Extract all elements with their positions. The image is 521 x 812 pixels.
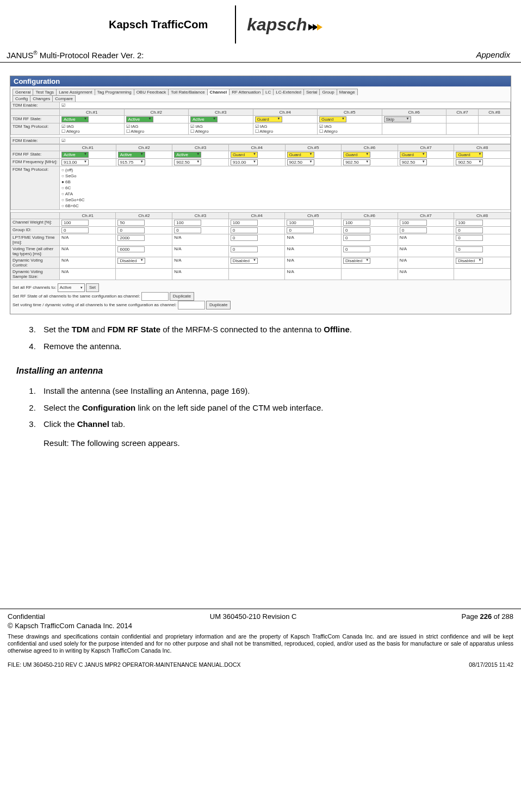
fdm-freq-select[interactable]: 902.50 [287,159,314,165]
tab-general[interactable]: General [13,89,33,95]
tab-lane-assignment[interactable]: Lane Assignment [56,89,95,95]
tdm-rf-state-select[interactable]: Active [190,116,218,122]
value-input[interactable]: 0 [456,235,483,241]
value-input[interactable]: 0 [343,235,370,241]
allegro-checkbox[interactable]: Allegro [61,129,80,134]
fdm-rf-state-select[interactable]: Guard [456,152,483,158]
install-step-3: Click the Channel tab. Result: The follo… [38,417,505,451]
fdm-freq-select[interactable]: 902.50 [343,159,370,165]
fdm-rf-state-select[interactable]: Guard [287,152,314,158]
value-input[interactable]: 100 [343,220,370,226]
iag-checkbox[interactable]: IAG [255,124,268,129]
tdm-rf-state-select[interactable]: Active [61,116,89,122]
fdm-rf-state-select[interactable]: Guard [231,152,258,158]
screenshot-footer-actions: Set all RF channels to: Active Set Set R… [10,280,511,314]
fdm-freq-select[interactable]: 902.50 [456,159,483,165]
set-button[interactable]: Set [86,283,99,292]
fdm-rf-state-select[interactable]: Active [118,152,145,158]
allegro-checkbox[interactable]: Allegro [319,129,338,134]
dynamic-voting-select[interactable]: Disabled [117,258,145,264]
radio-option[interactable]: SeGo+6C [61,197,508,203]
value-input[interactable]: 100 [456,220,483,226]
value-input[interactable]: 0 [61,227,89,233]
channel-config-table: Ch.#1Ch.#2Ch.#3Ch.#4Ch.#5Ch.#6Ch.#7Ch.#8… [10,212,511,280]
value-input[interactable]: 50 [117,220,145,226]
duplicate-button-1[interactable]: Duplicate [170,292,194,301]
tdm-rf-state-select[interactable]: Guard [319,116,346,122]
cell-readonly [228,269,285,280]
set-all-rf-select[interactable]: Active [58,283,85,292]
dynamic-voting-select[interactable]: Disabled [231,258,258,264]
fdm-enable-checkbox[interactable] [61,138,65,143]
allegro-checkbox[interactable]: Allegro [126,129,145,134]
iag-checkbox[interactable]: IAG [319,124,332,129]
fdm-freq-select[interactable]: 910.00 [231,159,258,165]
value-input[interactable]: 2000 [117,235,145,241]
allegro-checkbox[interactable]: Allegro [255,129,274,134]
value-input[interactable]: 0 [117,227,145,233]
tab-tag-programming[interactable]: Tag Programming [95,89,134,95]
radio-option[interactable]: 6C [61,185,508,191]
fdm-rf-state-select[interactable]: Guard [400,152,427,158]
value-input[interactable]: 0 [400,227,427,233]
dynamic-voting-select[interactable]: Disabled [343,258,370,264]
radio-option[interactable]: (off) [61,167,508,173]
page-number: Page 226 of 288 [462,612,513,621]
value-input[interactable]: 100 [400,220,427,226]
value-input[interactable]: 100 [231,220,258,226]
fdm-freq-select[interactable]: 915.75 [118,159,145,165]
iag-checkbox[interactable]: IAG [61,124,74,129]
tdm-enable-checkbox[interactable] [61,103,65,108]
tab-serial[interactable]: Serial [303,89,320,95]
tdm-rf-state-select[interactable]: Skip [384,116,411,122]
iag-checkbox[interactable]: IAG [126,124,139,129]
fdm-tag-protocol-radios[interactable]: (off)SeGo6B6CATASeGo+6C6B+6C [61,167,508,209]
fdm-freq-select[interactable]: 902.50 [174,159,201,165]
tdm-rf-state-select[interactable]: Active [126,116,153,122]
tab-obu-feedback[interactable]: OBU Feedback [134,89,169,95]
tab-compare[interactable]: Compare [52,95,76,102]
radio-option[interactable]: 6B+6C [61,203,508,209]
iag-checkbox[interactable]: IAG [190,124,203,129]
tdm-tag-cell: IAGAllegro [124,123,189,135]
value-input[interactable]: 100 [174,220,201,226]
tab-group[interactable]: Group [319,89,337,95]
fdm-freq-select[interactable]: 913.00 [61,159,89,165]
value-input[interactable]: 0 [174,227,201,233]
dynamic-voting-select[interactable]: Disabled [456,258,483,264]
fdm-rf-state-select[interactable]: Active [61,152,89,158]
fdm-rf-state-select[interactable]: Active [174,152,201,158]
instruction-list-1: Set the TDM and FDM RF State of the MRFM… [16,322,505,354]
set-voting-same-input[interactable] [178,301,205,309]
value-input[interactable]: 0 [231,246,258,252]
radio-option[interactable]: ATA [61,191,508,197]
value-input[interactable]: 100 [287,220,314,226]
value-input[interactable]: 0 [287,227,314,233]
tab-rf-attenuation[interactable]: RF Attenuation [229,89,263,95]
kapsch-logo: kapsch [247,15,322,35]
value-input[interactable]: 0 [231,227,258,233]
value-input[interactable]: 0 [456,246,483,252]
radio-option[interactable]: SeGo [61,173,508,179]
fdm-rf-state-select[interactable]: Guard [343,152,370,158]
tab-config[interactable]: Config [13,95,30,102]
tab-lc[interactable]: LC [263,89,274,95]
tab-lc-extended[interactable]: LC-Extended [273,89,304,95]
radio-option[interactable]: 6B [61,179,508,185]
duplicate-button-2[interactable]: Duplicate [206,301,231,309]
tab-channel[interactable]: Channel [207,89,230,95]
fdm-freq-select[interactable]: 902.50 [400,159,427,165]
value-input[interactable]: 0 [343,246,370,252]
allegro-checkbox[interactable]: Allegro [190,129,209,134]
tab-toll-rate-balance[interactable]: Toll Rate/Balance [168,89,207,95]
value-input[interactable]: 0 [231,235,258,241]
value-input[interactable]: 6000 [117,246,145,252]
value-input[interactable]: 0 [456,227,483,233]
value-input[interactable]: 0 [343,227,370,233]
tab-test-tags[interactable]: Test Tags [33,89,57,95]
tdm-rf-state-select[interactable]: Guard [255,116,282,122]
set-rf-same-input[interactable] [141,292,169,301]
tab-changes[interactable]: Changes [30,95,53,102]
value-input[interactable]: 100 [61,220,89,226]
tab-manage[interactable]: Manage [337,89,358,95]
